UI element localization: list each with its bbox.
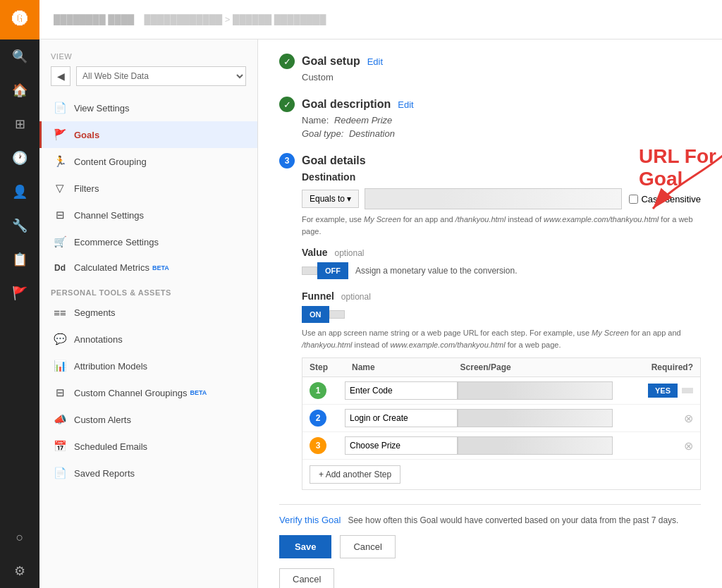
screen-cell-1 [458,381,623,400]
nav-wrench[interactable]: 🔧 [0,209,39,243]
goal-details-num: 3 [279,153,295,169]
required-cell-1: YES [623,384,693,398]
cart-icon: 🛒 [53,235,67,248]
name-cell-2 [345,409,458,427]
nav-document[interactable]: 📋 [0,243,39,276]
sidebar-item-label: Segments [74,307,116,318]
nav-settings[interactable]: ⚙ [0,554,39,588]
goal-description-header: ✓ Goal description Edit [279,97,701,112]
sidebar-item-attribution-models[interactable]: 📊 Attribution Models [39,353,257,379]
goal-setup-header: ✓ Goal setup Edit [279,54,701,69]
goal-description-title: Goal description [302,98,391,111]
sidebar-item-label: Goals [74,130,99,140]
value-title: Value optional [302,247,701,258]
yes-button-1[interactable]: YES [648,384,678,398]
top-bar: ████████ ████ ████████████ > ██████ ████… [39,0,722,39]
remove-icon-2[interactable]: ⊗ [684,412,693,425]
main-panel: URL For Goal ✓ Goal setup Edit Custom [258,39,722,588]
funnel-title: Funnel optional [302,290,701,302]
funnel-label: Funnel [302,290,334,302]
funnel-table-header: Step Name Screen/Page Required? [302,358,700,377]
sidebar-item-custom-alerts[interactable]: 📣 Custom Alerts [39,406,257,433]
bottom-cancel-button[interactable]: Cancel [279,568,334,588]
sidebar-item-custom-channel-groupings[interactable]: ⊟ Custom Channel Groupings BETA [39,379,257,406]
nav-search[interactable]: 🔍 [0,39,39,73]
name-value: Redeem Prize [334,115,392,125]
sidebar-item-ecommerce-settings[interactable]: 🛒 Ecommerce Settings [39,228,257,255]
add-step-button[interactable]: + Add another Step [310,465,400,484]
nav-clock[interactable]: 🕐 [0,141,39,175]
sidebar-item-scheduled-emails[interactable]: 📅 Scheduled Emails [39,433,257,460]
funnel-name-input-2[interactable] [345,409,458,427]
goal-setup-title: Goal setup [302,55,360,68]
goal-description-section: ✓ Goal description Edit Name: Redeem Pri… [279,97,701,139]
screen-cell-2 [458,409,623,427]
header-step: Step [310,362,352,372]
funnel-hint: Use an app screen name string or a web p… [302,327,701,350]
no-button-1[interactable] [682,388,693,393]
sidebar-item-label: View Settings [74,103,130,114]
funnel-name-input-3[interactable] [345,436,458,455]
cancel-button[interactable]: Cancel [340,535,395,558]
equals-to-dropdown[interactable]: Equals to ▾ [302,190,359,208]
sidebar-item-label: Calculated Metrics [74,262,149,273]
nav-flag[interactable]: 🚩 [0,276,39,310]
verify-link[interactable]: Verify this Goal [279,515,341,525]
type-value: Destination [349,128,395,139]
filter-icon: ▽ [53,182,67,195]
sidebar-item-filters[interactable]: ▽ Filters [39,175,257,202]
dd-icon: Dd [53,263,67,273]
destination-input[interactable] [365,188,622,209]
remove-icon-3[interactable]: ⊗ [684,439,693,453]
funnel-screen-input-3[interactable] [458,436,613,455]
sidebar-item-label: Channel Settings [74,210,144,221]
nav-person[interactable]: 👤 [0,175,39,209]
sidebar-item-channel-settings[interactable]: ⊟ Channel Settings [39,202,257,228]
goal-desc-check: ✓ [279,97,295,112]
nav-grid[interactable]: ⊞ [0,107,39,141]
sidebar-item-segments[interactable]: ≡≡ Segments [39,300,257,326]
goal-description-edit[interactable]: Edit [398,99,413,110]
sidebar-item-label: Scheduled Emails [74,441,147,452]
goal-description-name: Name: Redeem Prize [302,115,701,125]
sidebar-item-view-settings[interactable]: 📄 View Settings [39,94,257,121]
name-cell-3 [345,436,458,455]
funnel-optional: optional [341,292,371,302]
value-toggle-off[interactable]: OFF [317,262,348,279]
view-select[interactable]: All Web Site Data [76,66,246,86]
sidebar-item-goals[interactable]: 🚩 Goals [39,121,257,148]
sidebar-item-label: Custom Channel Groupings [74,388,187,398]
verify-row: Verify this Goal See how often this Goal… [279,515,701,525]
nav-home[interactable]: 🏠 [0,73,39,107]
nav-info[interactable]: ○ [0,520,39,554]
header-screen: Screen/Page [460,362,623,372]
step-cell-1: 1 [310,382,345,399]
logo-icon: 🅖 [12,11,27,29]
value-toggle-empty[interactable] [302,267,317,275]
sidebar-item-label: Content Grouping [74,157,147,167]
back-button[interactable]: ◀ [51,66,71,86]
sidebar-item-content-grouping[interactable]: 🏃 Content Grouping [39,148,257,175]
name-cell-1 [345,381,458,400]
sidebar-item-calculated-metrics[interactable]: Dd Calculated Metrics BETA [39,255,257,280]
goal-setup-edit[interactable]: Edit [367,56,383,67]
required-cell-2: ⊗ [623,412,693,425]
add-step-wrap: + Add another Step [302,460,700,489]
funnel-row-3: 3 ⊗ [302,432,700,460]
value-section: Value optional OFF Assign a monetary val… [302,247,701,279]
sidebar-item-annotations[interactable]: 💬 Annotations [39,326,257,353]
saved-icon: 📄 [53,467,67,479]
step-cell-2: 2 [310,410,345,427]
name-label: Name: [302,115,329,125]
funnel-screen-input-2[interactable] [458,409,613,427]
header-required: Required? [623,362,693,372]
step-num-3: 3 [310,437,326,454]
sidebar-item-saved-reports[interactable]: 📄 Saved Reports [39,460,257,486]
save-button[interactable]: Save [279,535,331,558]
funnel-toggle-off[interactable] [329,310,345,319]
funnel-screen-input-1[interactable] [458,381,613,400]
funnel-name-input-1[interactable] [345,381,458,400]
goal-details-title: Goal details [302,154,366,167]
funnel-toggle-on[interactable]: ON [302,306,329,323]
email-icon: 📅 [53,440,67,453]
